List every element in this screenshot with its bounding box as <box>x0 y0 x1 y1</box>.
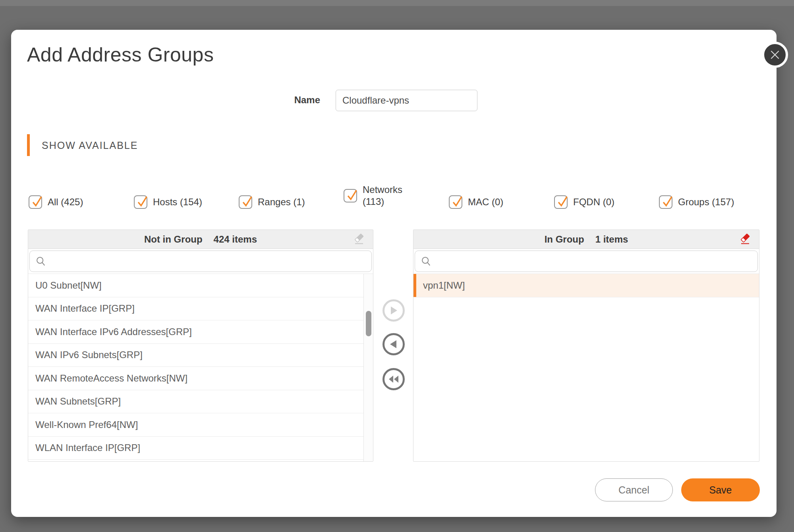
arrow-left-icon <box>389 339 398 349</box>
arrow-right-icon <box>389 306 398 315</box>
filter-label: All (425) <box>48 196 83 208</box>
filter-mac[interactable]: MAC (0) <box>449 188 503 216</box>
filter-fqdn[interactable]: FQDN (0) <box>554 188 614 216</box>
filter-all[interactable]: All (425) <box>29 188 83 216</box>
filter-label: Networks (113) <box>363 184 410 208</box>
filter-networks[interactable]: Networks (113) <box>344 182 410 210</box>
left-list-scrollbar-thumb[interactable] <box>366 311 371 336</box>
filter-hosts[interactable]: Hosts (154) <box>134 188 202 216</box>
in-group-list: vpn1[NW] <box>413 274 759 461</box>
close-button[interactable] <box>762 42 788 68</box>
filter-label: Hosts (154) <box>153 196 202 208</box>
checkbox-checked-icon[interactable] <box>659 195 672 209</box>
eraser-icon <box>353 233 365 245</box>
backdrop-top-strip <box>0 0 794 6</box>
list-item[interactable]: U0 Subnet[NW] <box>28 274 363 297</box>
list-item[interactable]: WLAN Interface IP[GRP] <box>28 437 363 460</box>
filter-label: FQDN (0) <box>573 196 614 208</box>
save-button[interactable]: Save <box>681 478 760 501</box>
right-search-input[interactable] <box>415 251 758 272</box>
list-item[interactable]: WAN Interface IP[GRP] <box>28 297 363 321</box>
filter-label: MAC (0) <box>468 196 503 208</box>
in-group-header: In Group 1 items <box>413 230 759 249</box>
checkbox-checked-icon[interactable] <box>449 195 462 209</box>
cancel-button[interactable]: Cancel <box>595 478 673 501</box>
filter-label: Ranges (1) <box>258 196 305 208</box>
name-field-label: Name <box>225 94 320 106</box>
not-in-group-list: U0 Subnet[NW] WAN Interface IP[GRP] WAN … <box>28 274 373 461</box>
panel-title: Not in Group <box>144 234 203 245</box>
checkbox-checked-icon[interactable] <box>344 189 357 202</box>
name-input[interactable] <box>336 90 477 111</box>
close-icon <box>770 50 780 60</box>
search-icon <box>421 256 432 267</box>
move-to-group-button[interactable] <box>383 299 405 322</box>
list-item[interactable]: WAN Interface IPv6 Addresses[GRP] <box>28 320 363 344</box>
clear-left-list-button[interactable] <box>352 233 366 246</box>
search-icon <box>35 256 46 267</box>
checkbox-checked-icon[interactable] <box>554 195 568 209</box>
checkbox-checked-icon[interactable] <box>134 195 147 209</box>
filter-label: Groups (157) <box>678 196 734 208</box>
left-search-area <box>28 249 373 274</box>
list-item-label: vpn1[NW] <box>423 280 465 291</box>
left-search-input[interactable] <box>29 251 372 272</box>
panel-item-count: 1 items <box>595 234 628 245</box>
selected-row-accent-bar <box>413 274 416 297</box>
filter-groups[interactable]: Groups (157) <box>659 188 734 216</box>
list-item-selected[interactable]: vpn1[NW] <box>413 274 759 297</box>
double-arrow-left-icon <box>388 375 399 383</box>
section-title: SHOW AVAILABLE <box>42 140 138 151</box>
in-group-panel: In Group 1 items <box>413 229 759 462</box>
panel-title: In Group <box>545 234 584 245</box>
clear-right-list-button[interactable] <box>738 233 752 246</box>
list-item[interactable]: WAN IPv6 Subnets[GRP] <box>28 344 363 367</box>
section-accent-bar <box>27 134 30 156</box>
left-list-scrollbar-track[interactable] <box>363 274 373 461</box>
list-item[interactable]: WAN Subnets[GRP] <box>28 390 363 414</box>
checkbox-checked-icon[interactable] <box>239 195 252 209</box>
eraser-icon <box>739 233 751 245</box>
list-item[interactable]: Well-Known Pref64[NW] <box>28 413 363 437</box>
not-in-group-header: Not in Group 424 items <box>28 230 373 249</box>
filter-ranges[interactable]: Ranges (1) <box>239 188 305 216</box>
add-address-groups-dialog: Add Address Groups Name SHOW AVAILABLE A… <box>11 30 777 517</box>
not-in-group-panel: Not in Group 424 items U0 Sub <box>28 229 373 462</box>
list-item[interactable]: WAN RemoteAccess Networks[NW] <box>28 367 363 390</box>
remove-all-from-group-button[interactable] <box>383 368 405 390</box>
dialog-title: Add Address Groups <box>27 42 214 68</box>
remove-from-group-button[interactable] <box>383 333 405 355</box>
checkbox-checked-icon[interactable] <box>29 195 42 209</box>
panel-item-count: 424 items <box>214 234 257 245</box>
right-search-area <box>413 249 759 274</box>
